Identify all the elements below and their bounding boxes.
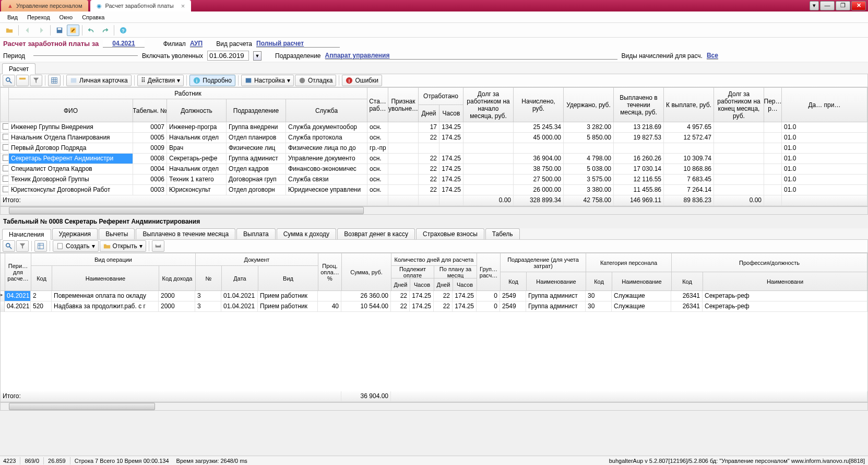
dcol-docvid[interactable]: Вид xyxy=(258,266,318,291)
col-paid-month[interactable]: Выплачено в течении месяца, руб. xyxy=(614,88,664,122)
dcol-catname[interactable]: Наименование xyxy=(612,272,672,291)
col-da[interactable]: Да… при… xyxy=(782,88,867,122)
detail-tab[interactable]: Табель xyxy=(485,228,520,239)
open-folder-button[interactable] xyxy=(3,25,16,36)
period-blank[interactable] xyxy=(33,55,138,56)
accrual-types-value[interactable]: Все xyxy=(707,52,718,60)
document-tab[interactable]: ◉ Расчет заработной платы × xyxy=(90,0,191,11)
dcol-period[interactable]: Пери… для расче… xyxy=(5,253,31,291)
col-debt-end[interactable]: Долг за работником на конец месяца, руб. xyxy=(714,88,764,122)
dcol-deptcode[interactable]: Код xyxy=(501,272,527,291)
window-dropdown-button[interactable]: ▾ xyxy=(810,1,819,10)
forward-button[interactable] xyxy=(35,25,47,36)
menu-help[interactable]: Справка xyxy=(78,13,109,22)
col-topay[interactable]: К выплате, руб. xyxy=(664,88,714,122)
row-checkbox[interactable] xyxy=(1,164,9,175)
col-tabno[interactable]: Табельн. № xyxy=(133,99,167,122)
dcol-name[interactable]: Наименование xyxy=(52,266,159,291)
search-button[interactable] xyxy=(3,75,15,86)
dcol-ph[interactable]: Часов xyxy=(410,278,434,291)
dcol-plh[interactable]: Часов xyxy=(453,278,477,291)
detail-grid-config-button[interactable] xyxy=(34,240,47,252)
dcol-docno[interactable]: № xyxy=(196,266,222,291)
detail-button[interactable]: iПодробно xyxy=(189,75,235,86)
detail-search-button[interactable] xyxy=(3,240,15,252)
print-button[interactable] xyxy=(152,240,164,252)
col-status[interactable]: Ста… раб… xyxy=(367,88,388,122)
calc-type-value[interactable]: Полный расчет xyxy=(256,40,340,48)
table-row[interactable]: Первый Договор Подряда0009ВрачФизические… xyxy=(1,143,867,154)
include-fired-date[interactable] xyxy=(207,51,249,61)
dcol-catcode[interactable]: Код xyxy=(586,272,612,291)
row-checkbox[interactable] xyxy=(1,175,9,185)
edit-mode-button[interactable] xyxy=(67,25,79,36)
detail-tab[interactable]: Начисления xyxy=(2,229,51,240)
col-post[interactable]: Должность xyxy=(167,99,227,122)
detail-tab[interactable]: Страховые взносы xyxy=(416,228,484,239)
create-button[interactable]: Создать▾ xyxy=(53,240,99,252)
grid-config-button[interactable] xyxy=(48,75,61,86)
row-checkbox[interactable] xyxy=(1,122,9,133)
detail-table-row[interactable]: 04.20212Повременная оплата по окладу2000… xyxy=(1,291,867,301)
undo-button[interactable] xyxy=(85,25,98,36)
row-checkbox[interactable] xyxy=(1,154,9,164)
col-service[interactable]: Служба xyxy=(286,99,367,122)
grid-hscroll[interactable] xyxy=(0,206,868,215)
detail-tab[interactable]: Выплачено в течение месяца xyxy=(136,228,235,239)
menu-view[interactable]: Вид xyxy=(3,13,22,22)
col-per[interactable]: Пер… р… xyxy=(764,88,782,122)
menu-goto[interactable]: Переход xyxy=(23,13,54,22)
dcol-deptname[interactable]: Наименование xyxy=(527,272,586,291)
department-value[interactable]: Аппарат управления xyxy=(325,52,617,60)
personal-card-button[interactable]: Личная карточка xyxy=(66,75,132,86)
row-checkbox[interactable] xyxy=(1,185,9,195)
table-row[interactable]: Специалист Отдела Кадров0004Начальник от… xyxy=(1,164,867,175)
row-checkbox[interactable] xyxy=(1,133,9,143)
col-debt-start[interactable]: Долг за работником на начало месяца, руб… xyxy=(463,88,514,122)
back-button[interactable] xyxy=(21,25,34,36)
row-checkbox[interactable] xyxy=(1,143,9,154)
close-button[interactable]: ✕ xyxy=(851,1,866,10)
redo-button[interactable] xyxy=(99,25,111,36)
detail-grid-body[interactable]: 04.20212Повременная оплата по окладу2000… xyxy=(1,291,867,312)
table-row[interactable]: Секретарь Референт Андминистри0008Секрет… xyxy=(1,154,867,164)
dcol-code[interactable]: Код xyxy=(31,266,52,291)
col-dismissal[interactable]: Признак увольне… xyxy=(388,88,419,122)
detail-tab[interactable]: Сумма к доходу xyxy=(277,228,336,239)
dcol-pct[interactable]: Проц. опла… % xyxy=(318,253,342,291)
detail-tab[interactable]: Вычеты xyxy=(99,228,135,239)
open-button[interactable]: Открыть▾ xyxy=(100,240,146,252)
detail-tab[interactable]: Возврат денег в кассу xyxy=(337,228,415,239)
detail-filter-button[interactable] xyxy=(16,240,29,252)
col-dept[interactable]: Подразделение xyxy=(227,99,286,122)
col-withheld[interactable]: Удержано, руб. xyxy=(564,88,614,122)
info-button[interactable]: ? xyxy=(117,25,129,36)
dcol-grp[interactable]: Груп… расч… xyxy=(477,253,501,291)
period-value[interactable]: 04.2021 xyxy=(103,40,144,48)
detail-hscroll[interactable] xyxy=(0,402,868,411)
debug-button[interactable]: Отладка xyxy=(295,75,336,86)
dcol-docdate[interactable]: Дата xyxy=(222,266,258,291)
filter-preset-button[interactable] xyxy=(16,75,29,86)
save-button[interactable] xyxy=(53,25,66,36)
detail-tab[interactable]: Удержания xyxy=(52,228,98,239)
table-row[interactable]: Начальник Отдела Планирования0005Начальн… xyxy=(1,133,867,143)
filial-value[interactable]: АУП xyxy=(190,40,203,48)
minimize-button[interactable]: — xyxy=(820,1,835,10)
dcol-profname[interactable]: Наименовани xyxy=(703,272,867,291)
col-hours[interactable]: Часов xyxy=(439,105,463,122)
col-days[interactable]: Дней xyxy=(419,105,439,122)
errors-button[interactable]: !Ошибки xyxy=(342,75,382,86)
col-fio[interactable]: ФИО xyxy=(9,99,133,122)
tab-calculation[interactable]: Расчет xyxy=(2,63,35,74)
app-tab[interactable]: ▲ Управление персоналом xyxy=(1,0,88,11)
detail-table-row[interactable]: 04.2021520Надбавка за продолжит.раб. с г… xyxy=(1,301,867,312)
dcol-pd[interactable]: Дней xyxy=(391,278,410,291)
detail-tab[interactable]: Выплата xyxy=(236,228,276,239)
col-accrued[interactable]: Начислено, руб. xyxy=(514,88,564,122)
settings-dropdown[interactable]: Настройка▾ xyxy=(241,75,294,86)
dcol-income-code[interactable]: Код дохода xyxy=(159,266,196,291)
dcol-profcode[interactable]: Код xyxy=(672,272,703,291)
table-row[interactable]: Техник Договорной Группы0006Техник 1 кат… xyxy=(1,175,867,185)
dcol-pld[interactable]: Дней xyxy=(434,278,453,291)
